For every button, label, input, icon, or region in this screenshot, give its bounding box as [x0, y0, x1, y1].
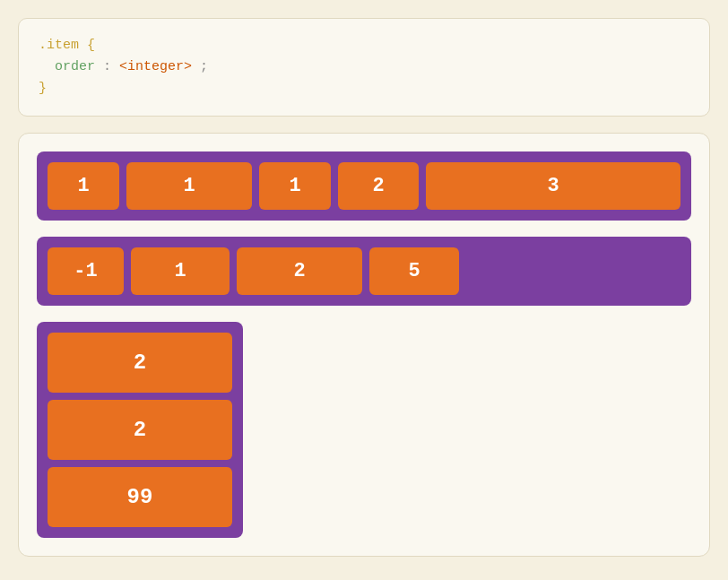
demo-panel: 1 1 1 2 3 -1 1 2 5 2 2 99: [18, 133, 710, 557]
flex-col-1: 2 2 99: [37, 322, 243, 538]
flex-item: 1: [48, 162, 119, 210]
flex-item: 99: [48, 467, 232, 527]
code-line-1: .item {: [39, 35, 689, 56]
code-colon: :: [103, 59, 119, 74]
code-brace-open: {: [87, 38, 95, 53]
flex-item: 3: [426, 162, 680, 210]
code-selector: .item: [39, 38, 79, 53]
code-value: <integer>: [119, 59, 192, 74]
code-property: order: [55, 59, 95, 74]
flex-item: 1: [259, 162, 331, 210]
code-panel: .item { order : <integer> ; }: [18, 18, 710, 117]
code-line-3: }: [39, 78, 689, 100]
flex-item: 5: [369, 247, 459, 295]
flex-item: 2: [237, 247, 362, 295]
flex-item: -1: [48, 247, 124, 295]
flex-item: 2: [48, 400, 232, 460]
flex-item: 1: [126, 162, 252, 210]
code-close-brace: }: [39, 81, 47, 96]
code-semicolon: ;: [200, 59, 208, 74]
flex-item: 2: [338, 162, 419, 210]
flex-item: 1: [131, 247, 230, 295]
flex-row-2: -1 1 2 5: [37, 237, 691, 306]
code-line-2: order : <integer> ;: [39, 56, 689, 78]
flex-item: 2: [48, 333, 232, 393]
flex-row-1: 1 1 1 2 3: [37, 151, 691, 221]
